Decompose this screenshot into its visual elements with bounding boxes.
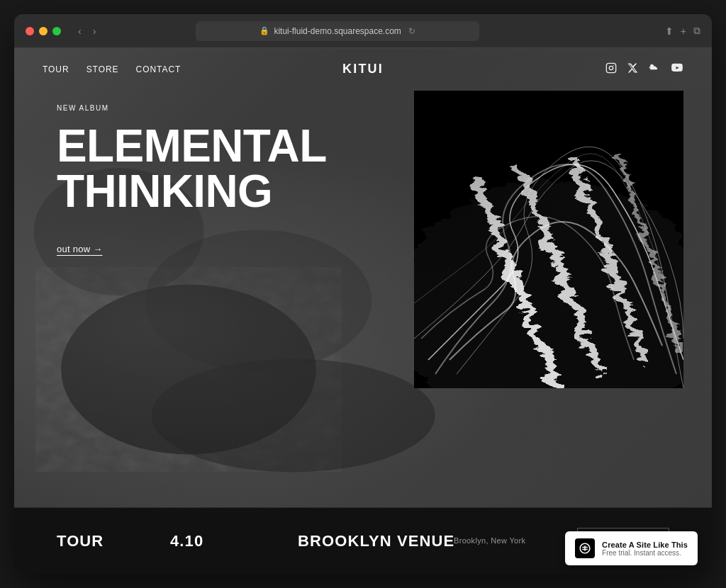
share-button[interactable]: ⬆ xyxy=(665,26,674,37)
squarespace-logo xyxy=(575,538,595,558)
instagram-icon[interactable] xyxy=(605,62,617,76)
url-text: kitui-fluid-demo.squarespace.com xyxy=(274,26,401,36)
youtube-icon[interactable] xyxy=(671,62,683,76)
nav-store[interactable]: STORE xyxy=(86,64,119,74)
tour-location: Brooklyn, New York xyxy=(454,536,525,545)
minimize-button[interactable] xyxy=(39,27,48,35)
album-art-inner xyxy=(414,91,683,388)
tour-venue-container: BROOKLYN VENUE Brooklyn, New York xyxy=(269,532,577,550)
album-art-svg xyxy=(414,91,683,388)
close-button[interactable] xyxy=(26,27,34,35)
tour-section: TOUR 4.10 BROOKLYN VENUE Brooklyn, New Y… xyxy=(14,507,712,574)
squarespace-cta-subtitle: Free trial. Instant access. xyxy=(602,549,688,557)
traffic-lights xyxy=(26,27,61,35)
album-art-container xyxy=(414,91,683,388)
browser-window: ‹ › 🔒 kitui-fluid-demo.squarespace.com ↻… xyxy=(14,14,712,574)
nav-contact[interactable]: CONTACT xyxy=(136,64,182,74)
lock-icon: 🔒 xyxy=(259,26,269,35)
nav-center: KITUI xyxy=(342,62,384,77)
svg-point-6 xyxy=(609,66,613,69)
hero-section: TOUR STORE CONTACT KITUI xyxy=(14,48,712,507)
squarespace-text: Create A Site Like This Free trial. Inst… xyxy=(602,541,688,557)
website-content: TOUR STORE CONTACT KITUI xyxy=(14,48,712,574)
windows-button[interactable]: ⧉ xyxy=(693,25,700,37)
tour-label: TOUR xyxy=(57,532,142,550)
address-bar[interactable]: 🔒 kitui-fluid-demo.squarespace.com ↻ xyxy=(196,21,479,41)
site-logo: KITUI xyxy=(342,62,384,76)
twitter-icon[interactable] xyxy=(627,62,638,76)
svg-point-3 xyxy=(152,358,435,472)
tour-date: 4.10 xyxy=(170,532,241,550)
browser-actions: ⬆ + ⧉ xyxy=(665,25,700,37)
browser-chrome: ‹ › 🔒 kitui-fluid-demo.squarespace.com ↻… xyxy=(14,14,712,48)
out-now-link[interactable]: out now → xyxy=(57,244,102,254)
hero-title: ELEMENTAL THINKING xyxy=(57,123,340,214)
svg-point-7 xyxy=(613,65,614,66)
navigation: TOUR STORE CONTACT KITUI xyxy=(14,48,712,90)
refresh-icon[interactable]: ↻ xyxy=(408,26,415,36)
nav-right xyxy=(605,62,683,76)
tour-venue: BROOKLYN VENUE xyxy=(298,532,454,550)
soundcloud-icon[interactable] xyxy=(648,62,661,76)
back-button[interactable]: ‹ xyxy=(75,24,84,38)
svg-rect-5 xyxy=(606,63,615,72)
fullscreen-button[interactable] xyxy=(52,27,61,35)
squarespace-cta-title: Create A Site Like This xyxy=(602,541,688,549)
forward-button[interactable]: › xyxy=(90,24,99,38)
browser-controls: ‹ › xyxy=(75,24,99,38)
hero-title-line1: ELEMENTAL xyxy=(57,120,327,171)
new-tab-button[interactable]: + xyxy=(681,26,686,37)
hero-title-line2: THINKING xyxy=(57,166,272,217)
nav-tour[interactable]: TOUR xyxy=(43,64,69,74)
svg-rect-14 xyxy=(414,91,683,388)
squarespace-banner[interactable]: Create A Site Like This Free trial. Inst… xyxy=(565,531,698,565)
album-art xyxy=(414,91,683,388)
nav-left: TOUR STORE CONTACT xyxy=(43,64,181,74)
